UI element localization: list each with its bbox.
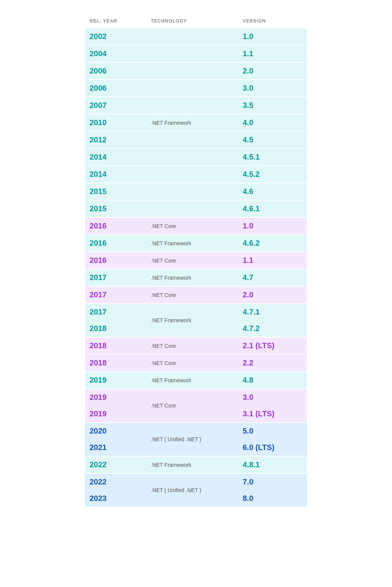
cell-tech: .NET Framework xyxy=(151,462,243,468)
row-group: 2020.NET ( Unified .NET )5.020216.0 (LTS… xyxy=(85,423,307,456)
table-row: 20021.0 xyxy=(85,28,307,45)
cell-version: 4.5 xyxy=(243,135,312,144)
cell-version: 4.7.1 xyxy=(238,304,307,320)
table-row: 2016.NET Core1.0 xyxy=(85,218,307,234)
cell-tech: .NET Core xyxy=(151,360,243,366)
cell-tech: .NET Core xyxy=(146,389,238,422)
cell-version: 2.0 xyxy=(243,290,312,299)
cell-tech: .NET ( Unified .NET ) xyxy=(146,423,238,456)
header-version: VERSION xyxy=(243,18,312,24)
cell-year: 2004 xyxy=(90,49,151,58)
cell-version: 8.0 xyxy=(238,490,307,507)
cell-year: 2019 xyxy=(85,406,146,422)
cell-version: 4.7 xyxy=(243,273,312,282)
cell-version: 2.1 (LTS) xyxy=(243,341,312,350)
cell-version: 2.0 xyxy=(243,67,312,75)
cell-year: 2019 xyxy=(85,389,146,406)
table-row: 20144.5.2 xyxy=(85,166,307,183)
cell-version: 4.7.2 xyxy=(238,320,307,337)
cell-version: 7.0 xyxy=(238,474,307,490)
table-row: 2010.NET Framework4.0 xyxy=(85,114,307,131)
cell-tech: .NET Framework xyxy=(151,240,243,246)
cell-version: 5.0 xyxy=(238,423,307,439)
cell-version: 3.0 xyxy=(238,389,307,406)
cell-version: 4.5.2 xyxy=(243,170,312,179)
cell-version: 4.6 xyxy=(243,187,312,196)
cell-tech: .NET Framework xyxy=(151,275,243,281)
cell-version: 4.6.2 xyxy=(243,239,312,248)
cell-year: 2017 xyxy=(85,304,146,320)
cell-year: 2010 xyxy=(90,118,151,127)
table-header: REL. YEAR TECHNOLOGY VERSION xyxy=(85,15,307,27)
cell-year: 2017 xyxy=(90,273,151,282)
table-row: 20124.5 xyxy=(85,132,307,148)
cell-year: 2015 xyxy=(90,204,151,213)
cell-version: 2.2 xyxy=(243,359,312,367)
header-year: REL. YEAR xyxy=(90,18,151,24)
cell-year: 2012 xyxy=(90,135,151,144)
cell-year: 2022 xyxy=(85,474,146,490)
cell-version: 1.1 xyxy=(243,49,312,58)
table-row: 2019.NET Framework4.8 xyxy=(85,372,307,388)
cell-version: 3.5 xyxy=(243,101,312,110)
cell-year: 2018 xyxy=(90,341,151,350)
table-row: 20154.6 xyxy=(85,183,307,200)
cell-tech: .NET ( Unified .NET ) xyxy=(146,474,238,507)
cell-year: 2016 xyxy=(90,256,151,265)
cell-version: 4.8.1 xyxy=(243,460,312,469)
cell-year: 2016 xyxy=(90,239,151,248)
table-row: 2022.NET Framework4.8.1 xyxy=(85,457,307,473)
cell-version: 1.0 xyxy=(243,32,312,41)
cell-year: 2007 xyxy=(90,101,151,110)
cell-tech: .NET Framework xyxy=(151,377,243,383)
table-row: 20154.6.1 xyxy=(85,201,307,217)
cell-version: 4.0 xyxy=(243,118,312,127)
cell-tech: .NET Core xyxy=(151,258,243,264)
main-table: REL. YEAR TECHNOLOGY VERSION 20021.02004… xyxy=(85,15,307,507)
cell-tech: .NET Core xyxy=(151,343,243,349)
cell-version: 6.0 (LTS) xyxy=(238,439,307,456)
header-tech: TECHNOLOGY xyxy=(151,18,243,24)
cell-year: 2019 xyxy=(90,376,151,385)
cell-year: 2006 xyxy=(90,84,151,93)
cell-version: 4.6.1 xyxy=(243,204,312,213)
table-row: 2017.NET Core2.0 xyxy=(85,287,307,303)
table-row: 20073.5 xyxy=(85,97,307,114)
row-group: 2022.NET ( Unified .NET )7.020238.0 xyxy=(85,474,307,507)
cell-version: 4.5.1 xyxy=(243,153,312,161)
table-row: 20062.0 xyxy=(85,63,307,79)
cell-year: 2006 xyxy=(90,67,151,75)
cell-year: 2021 xyxy=(85,439,146,456)
table-row: 20144.5.1 xyxy=(85,149,307,165)
cell-year: 2002 xyxy=(90,32,151,41)
cell-year: 2018 xyxy=(85,320,146,337)
table-row: 2018.NET Core2.2 xyxy=(85,355,307,371)
row-group: 2017.NET Framework4.7.120184.7.2 xyxy=(85,304,307,337)
cell-tech: .NET Framework xyxy=(146,304,238,337)
cell-year: 2022 xyxy=(90,460,151,469)
cell-year: 2018 xyxy=(90,359,151,367)
cell-year: 2020 xyxy=(85,423,146,439)
cell-version: 1.0 xyxy=(243,222,312,230)
table-body: 20021.020041.120062.020063.020073.52010.… xyxy=(85,28,307,507)
cell-tech: .NET Core xyxy=(151,223,243,229)
table-row: 2016.NET Framework4.6.2 xyxy=(85,235,307,251)
cell-version: 1.1 xyxy=(243,256,312,265)
table-row: 20063.0 xyxy=(85,80,307,96)
cell-year: 2014 xyxy=(90,153,151,161)
cell-year: 2014 xyxy=(90,170,151,179)
cell-tech: .NET Framework xyxy=(151,120,243,126)
cell-version: 3.0 xyxy=(243,84,312,93)
cell-tech: .NET Core xyxy=(151,292,243,298)
cell-year: 2017 xyxy=(90,290,151,299)
cell-version: 4.8 xyxy=(243,376,312,385)
cell-year: 2023 xyxy=(85,490,146,507)
cell-year: 2016 xyxy=(90,222,151,230)
table-row: 20041.1 xyxy=(85,46,307,62)
cell-year: 2015 xyxy=(90,187,151,196)
table-row: 2018.NET Core2.1 (LTS) xyxy=(85,338,307,354)
row-group: 2019.NET Core3.020193.1 (LTS) xyxy=(85,389,307,422)
cell-version: 3.1 (LTS) xyxy=(238,406,307,422)
table-row: 2017.NET Framework4.7 xyxy=(85,269,307,286)
table-row: 2016.NET Core1.1 xyxy=(85,252,307,269)
